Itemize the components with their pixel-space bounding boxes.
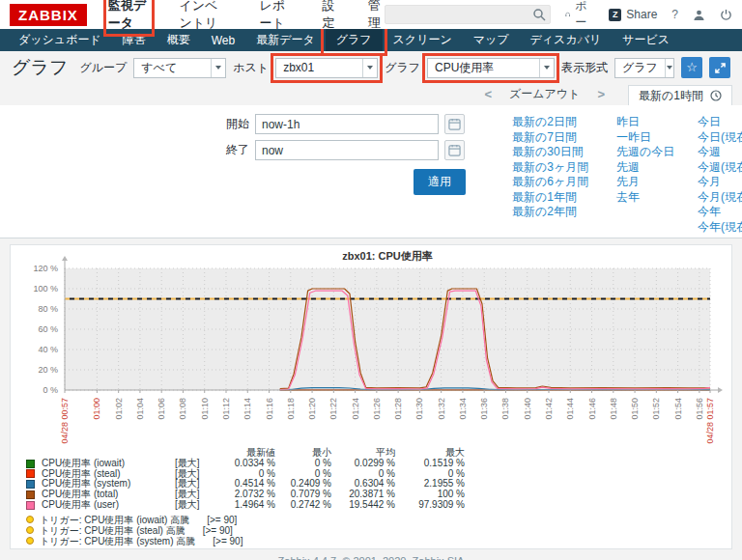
quick-range-link[interactable]: 先週 xyxy=(611,160,686,176)
quick-range-link[interactable]: 最新の2年間 xyxy=(506,205,605,220)
svg-text:20 %: 20 % xyxy=(38,365,58,375)
time-filter-form: 開始 終了 適用 xyxy=(222,114,466,229)
footer-zabbix-sia-link[interactable]: Zabbix SIA xyxy=(413,555,465,560)
quick-range-link[interactable]: 今日(現在まで) xyxy=(692,130,742,146)
trigger-name: トリガー: CPU使用率 (system) 高騰 xyxy=(40,536,195,546)
quick-range-link[interactable]: 今年(現在まで) xyxy=(692,220,742,236)
menu-inventory[interactable]: インベントリ xyxy=(179,0,230,32)
menu-configuration[interactable]: 設定 xyxy=(323,0,339,32)
svg-text:01:26: 01:26 xyxy=(372,398,382,420)
share-link[interactable]: Z Share xyxy=(609,8,657,21)
view-as-select[interactable]: グラフ xyxy=(614,58,674,78)
menu-reports[interactable]: レポート xyxy=(259,0,293,32)
quick-range-link[interactable]: 今日 xyxy=(692,115,742,130)
trigger-name: トリガー: CPU使用率 (steal) 高騰 xyxy=(40,525,186,536)
svg-text:01:54: 01:54 xyxy=(673,398,683,420)
svg-text:80 %: 80 % xyxy=(38,304,58,314)
legend-value: 19.5442 % xyxy=(331,500,395,511)
start-calendar-button[interactable] xyxy=(444,114,465,134)
chevron-down-icon xyxy=(211,59,225,77)
series-color-chip xyxy=(26,501,35,510)
search-input[interactable] xyxy=(385,5,551,24)
svg-text:01:42: 01:42 xyxy=(544,398,554,420)
start-time-label: 開始 xyxy=(222,116,249,132)
quick-range-link[interactable]: 今月(現在まで) xyxy=(692,190,742,206)
group-label: グループ xyxy=(79,60,127,76)
time-shift-back-button[interactable]: < xyxy=(484,87,492,101)
graph-controls: グループ すべて ホスト zbx01 グラフ CPU使用率 表示形式 グラフ ☆ xyxy=(79,57,730,78)
svg-text:01:52: 01:52 xyxy=(651,398,661,420)
quick-range-link[interactable]: 今週 xyxy=(692,145,742,160)
favorite-button[interactable]: ☆ xyxy=(681,57,702,78)
graph-select-value: CPU使用率 xyxy=(428,60,500,76)
nav-latest-data[interactable]: 最新データ xyxy=(245,29,326,51)
calendar-icon xyxy=(448,144,461,156)
logout-link[interactable] xyxy=(720,9,732,21)
quick-range-link[interactable]: 今年 xyxy=(692,205,742,220)
series-color-chip xyxy=(26,480,35,489)
user-icon xyxy=(693,9,705,21)
fullscreen-button[interactable] xyxy=(709,57,730,78)
page-title: グラフ xyxy=(12,55,68,80)
svg-text:120 %: 120 % xyxy=(33,264,58,273)
svg-text:01:36: 01:36 xyxy=(479,398,489,420)
quick-range-link[interactable]: 去年 xyxy=(611,190,686,206)
trigger-condition: [>= 90] xyxy=(203,525,233,536)
end-calendar-button[interactable] xyxy=(444,140,465,160)
quick-range-link[interactable]: 最新の3ヶ月間 xyxy=(506,160,605,176)
svg-text:01:12: 01:12 xyxy=(221,398,231,420)
graph-legend: 最新値 最小 平均 最大 CPU使用率 (iowait) [最大] 0.0334… xyxy=(26,448,724,546)
legend-value: 97.9309 % xyxy=(395,500,465,511)
end-time-input[interactable] xyxy=(255,140,439,160)
nav-problems[interactable]: 障害 xyxy=(112,29,157,51)
time-range-tab[interactable]: 最新の1時間 xyxy=(628,85,732,105)
calendar-icon xyxy=(448,118,461,130)
user-profile-link[interactable] xyxy=(693,9,705,21)
legend-table: 最新値 最小 平均 最大 CPU使用率 (iowait) [最大] 0.0334… xyxy=(26,448,724,511)
trigger-condition: [>= 90] xyxy=(213,536,243,546)
quick-range-link[interactable]: 今月 xyxy=(692,175,742,190)
trigger-icon xyxy=(26,516,34,523)
time-shift-forward-button[interactable]: > xyxy=(597,87,605,101)
graph-select[interactable]: CPU使用率 xyxy=(427,58,555,78)
svg-text:01:48: 01:48 xyxy=(609,398,618,420)
host-select[interactable]: zbx01 xyxy=(275,58,378,78)
group-select[interactable]: すべて xyxy=(133,58,226,78)
zoom-controls: < ズームアウト > xyxy=(484,86,605,105)
graph-label: グラフ xyxy=(385,60,420,76)
end-time-label: 終了 xyxy=(222,142,249,158)
quick-range-link[interactable]: 最新の6ヶ月間 xyxy=(506,175,605,190)
zabbix-logo[interactable]: ZABBIX xyxy=(10,4,87,26)
support-link[interactable]: サポート xyxy=(565,0,594,47)
menu-monitoring[interactable]: 監視データ xyxy=(108,0,151,32)
nav-graphs[interactable]: グラフ xyxy=(326,29,383,51)
power-icon xyxy=(720,9,732,21)
help-link[interactable]: ? xyxy=(671,8,678,21)
zoom-out-button[interactable]: ズームアウト xyxy=(509,86,580,102)
svg-text:01:06: 01:06 xyxy=(157,398,166,420)
cpu-usage-graph[interactable]: 0 %20 %40 %60 %80 %100 %120 %04/28 00:57… xyxy=(18,249,724,442)
page-header: グラフ グループ すべて ホスト zbx01 グラフ CPU使用率 表示形式 グ… xyxy=(0,51,742,84)
menu-administration[interactable]: 管理 xyxy=(368,0,385,32)
quick-range-link[interactable]: 最新の30日間 xyxy=(506,145,605,160)
legend-value: 0.0299 % xyxy=(331,459,395,469)
quick-range-link[interactable]: 先月 xyxy=(611,175,686,190)
svg-text:100 %: 100 % xyxy=(33,284,58,294)
svg-text:01:28: 01:28 xyxy=(393,398,403,420)
apply-button[interactable]: 適用 xyxy=(414,169,466,195)
quick-range-link[interactable]: 先週の今日 xyxy=(611,145,686,160)
quick-range-link[interactable]: 最新の7日間 xyxy=(506,130,605,146)
nav-overview[interactable]: 概要 xyxy=(157,29,201,51)
start-time-input[interactable] xyxy=(255,114,439,134)
quick-range-link[interactable]: 一昨日 xyxy=(611,130,686,146)
quick-range-link[interactable]: 今週(現在まで) xyxy=(692,160,742,176)
share-label: Share xyxy=(626,8,657,21)
quick-range-link[interactable]: 最新の1年間 xyxy=(506,190,605,206)
svg-text:40 %: 40 % xyxy=(38,345,58,354)
host-select-value: zbx01 xyxy=(276,61,321,74)
nav-web[interactable]: Web xyxy=(201,29,245,51)
quick-range-link[interactable]: 最新の2日間 xyxy=(506,115,605,130)
quick-range-link[interactable]: 昨日 xyxy=(611,115,686,130)
nav-dashboard[interactable]: ダッシュボード xyxy=(8,29,112,51)
svg-text:01:46: 01:46 xyxy=(587,398,597,420)
